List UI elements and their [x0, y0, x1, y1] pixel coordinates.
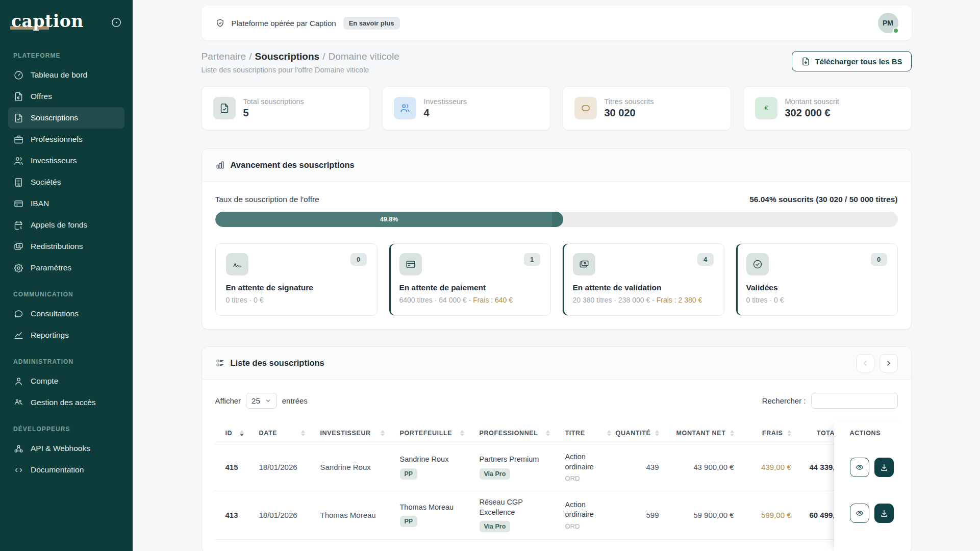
sidebar-item-offres[interactable]: Offres	[8, 86, 124, 107]
download-all-bs-label: Télécharger tous les BS	[815, 57, 902, 66]
pagination-prev-button[interactable]	[856, 354, 874, 372]
search-label: Rechercher :	[762, 396, 806, 405]
sidebar-item-redistributions[interactable]: Redistributions	[8, 236, 124, 257]
avancement-title-row: Avancement des souscriptions	[215, 160, 355, 170]
list-details-icon	[215, 358, 225, 368]
sidebar-item-api-webhooks[interactable]: API & Webhooks	[8, 438, 124, 459]
status-title: En attente de validation	[573, 283, 714, 292]
stat-label: Investisseurs	[424, 97, 467, 106]
file-euro-icon	[13, 91, 24, 102]
via-pro-badge: Via Pro	[480, 521, 511, 532]
credit-card-icon	[13, 198, 24, 209]
brand-logo[interactable]: caption	[11, 11, 84, 32]
chevron-right-icon	[885, 359, 893, 367]
sidebar-section-plateforme: PLATEFORME	[8, 52, 124, 59]
column-header-date[interactable]: DATE	[249, 430, 310, 437]
signature-icon	[226, 253, 248, 276]
breadcrumb: Partenaire/Souscriptions/Domaine viticol…	[202, 51, 399, 62]
gauge-icon	[13, 70, 24, 81]
bar-chart-icon	[215, 160, 225, 170]
column-header-professionnel[interactable]: PROFESSIONNEL	[469, 430, 555, 437]
sidebar: caption PLATEFORME Tableau de bord Offre…	[0, 0, 133, 551]
cell-frais: 599,00 €	[742, 504, 799, 527]
row-actions	[850, 490, 911, 536]
learn-more-badge[interactable]: En savoir plus	[343, 17, 400, 30]
view-button[interactable]	[850, 504, 869, 523]
cell-date: 18/01/2026	[249, 456, 310, 479]
sidebar-item-gestion-des-acces[interactable]: Gestion des accès	[8, 392, 124, 413]
building-icon	[13, 177, 24, 188]
pagination-next-button[interactable]	[880, 354, 898, 372]
sidebar-item-label: Redistributions	[31, 242, 83, 251]
sidebar-item-investisseurs[interactable]: Investisseurs	[8, 150, 124, 171]
sidebar-item-iban[interactable]: IBAN	[8, 193, 124, 214]
show-label: Afficher	[215, 396, 241, 405]
status-count-badge: 1	[524, 253, 540, 266]
download-button[interactable]	[874, 504, 894, 523]
avancement-title: Avancement des souscriptions	[231, 160, 355, 170]
view-button[interactable]	[850, 458, 869, 477]
breadcrumb-partenaire[interactable]: Partenaire	[202, 51, 246, 62]
column-header-frais[interactable]: FRAIS	[742, 430, 799, 437]
sort-icon	[787, 430, 791, 436]
sidebar-item-tableau-de-bord[interactable]: Tableau de bord	[8, 64, 124, 86]
credit-card-icon	[399, 253, 422, 276]
titre-code: ORD	[565, 474, 608, 482]
sidebar-item-label: Gestion des accès	[31, 398, 96, 407]
cell-titre: Action ordinaire ORD	[555, 445, 616, 489]
list-title-row: Liste des souscriptions	[215, 358, 324, 368]
portefeuille-type-badge: PP	[400, 468, 418, 480]
sidebar-collapse-button[interactable]	[110, 16, 122, 29]
sort-icon	[607, 430, 611, 436]
svg-text:$: $	[20, 226, 22, 230]
progress-label: Taux de souscription de l'offre	[215, 195, 319, 204]
status-frais: Frais : 640 €	[473, 296, 513, 304]
page-size-select[interactable]: 25	[246, 393, 277, 409]
sidebar-section-administration: ADMINISTRATION	[8, 358, 124, 365]
sidebar-item-consultations[interactable]: Consultations	[8, 303, 124, 324]
sidebar-item-souscriptions[interactable]: Souscriptions	[8, 107, 124, 129]
status-title: En attente de signature	[226, 283, 367, 292]
stat-value: 30 020	[605, 107, 654, 119]
column-header-titre[interactable]: TITRE	[555, 430, 616, 437]
status-count-badge: 0	[350, 253, 367, 266]
cell-professionnel: Partners Premium Via Pro	[469, 447, 555, 487]
column-header-investisseur[interactable]: INVESTISSEUR	[310, 430, 390, 437]
stat-card-total-souscriptions: Total souscriptions 5	[202, 86, 370, 130]
circle-dot-icon	[110, 16, 122, 29]
sidebar-item-parametres[interactable]: Paramètres	[8, 257, 124, 279]
column-header-id[interactable]: ID	[215, 430, 249, 437]
cell-id: 415	[215, 456, 249, 479]
chart-line-icon	[13, 330, 24, 341]
stats-row: Total souscriptions 5 Investisseurs 4 Ti…	[202, 86, 912, 130]
user-avatar[interactable]: PM	[878, 13, 898, 33]
search-input[interactable]	[811, 393, 898, 409]
sidebar-item-label: API & Webhooks	[31, 444, 90, 453]
download-button[interactable]	[874, 458, 894, 477]
sidebar-item-reportings[interactable]: Reportings	[8, 324, 124, 346]
eye-icon	[855, 509, 864, 518]
sidebar-item-documentation[interactable]: Documentation	[8, 459, 124, 481]
status-card-en-attente-validation[interactable]: 4 En attente de validation 20 380 titres…	[562, 243, 724, 316]
file-download-icon	[801, 57, 811, 66]
sidebar-item-compte[interactable]: Compte	[8, 370, 124, 392]
sidebar-item-label: Investisseurs	[31, 156, 77, 165]
sidebar-item-societes[interactable]: Sociétés	[8, 171, 124, 193]
breadcrumb-offer: Domaine viticole	[328, 51, 399, 62]
column-header-montant-net[interactable]: MONTANT NET	[667, 430, 742, 437]
status-card-validees[interactable]: 0 Validées 0 titres · 0 €	[736, 243, 898, 316]
status-card-en-attente-paiement[interactable]: 1 En attente de paiement 6400 titres · 6…	[389, 243, 551, 316]
webhook-icon	[13, 443, 24, 454]
status-card-en-attente-signature[interactable]: 0 En attente de signature 0 titres · 0 €	[215, 243, 378, 316]
column-header-portefeuille[interactable]: PORTEFEUILLE	[390, 430, 469, 437]
souscriptions-table: ID DATE INVESTISSEUR PORTEFEUILLE PROFES…	[215, 422, 898, 540]
column-header-actions: ACTIONS	[850, 422, 911, 444]
sidebar-item-professionnels[interactable]: Professionnels	[8, 129, 124, 150]
shield-check-icon	[215, 18, 225, 29]
users-icon	[394, 97, 416, 119]
sidebar-item-appels-de-fonds[interactable]: $ Appels de fonds	[8, 214, 124, 236]
download-all-bs-button[interactable]: Télécharger tous les BS	[792, 51, 912, 71]
column-header-quantite[interactable]: QUANTITÉ	[616, 430, 667, 437]
breadcrumb-souscriptions[interactable]: Souscriptions	[255, 51, 319, 62]
sort-icon	[546, 430, 550, 436]
